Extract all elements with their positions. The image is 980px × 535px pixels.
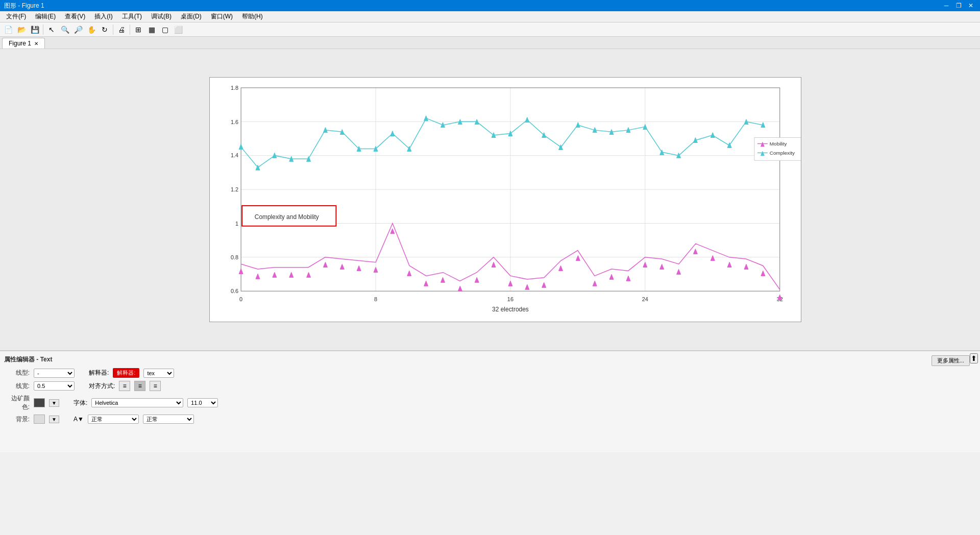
zoom-in-button[interactable]: 🔍 <box>59 23 71 36</box>
align-label: 对齐方式: <box>89 382 115 391</box>
svg-text:0: 0 <box>239 296 242 302</box>
tab-close-button[interactable]: ✕ <box>34 41 38 46</box>
print-button[interactable]: 🖨 <box>115 23 128 36</box>
menu-insert[interactable]: 插入(I) <box>90 11 116 22</box>
border-button[interactable]: ▢ <box>159 23 171 36</box>
fullscreen-button[interactable]: ⬜ <box>172 23 184 36</box>
line-type-select[interactable]: - <box>34 369 75 378</box>
line-width-label: 线宽: <box>4 382 30 391</box>
svg-text:Complexity: Complexity <box>770 150 795 156</box>
svg-text:1.6: 1.6 <box>231 119 238 125</box>
border-color-box[interactable] <box>34 398 45 407</box>
separator-2 <box>113 25 113 35</box>
background-color-picker[interactable]: ▼ <box>49 416 59 423</box>
font-label: 字体: <box>74 399 87 407</box>
menu-edit[interactable]: 编辑(E) <box>31 11 60 22</box>
interpreter-button[interactable]: 解释器: <box>113 368 139 378</box>
menu-debug[interactable]: 调试(B) <box>147 11 176 22</box>
separator-3 <box>130 25 130 35</box>
border-color-picker[interactable]: ▼ <box>49 399 59 407</box>
rotate-button[interactable]: ↻ <box>99 23 111 36</box>
menu-window[interactable]: 窗口(W) <box>207 11 237 22</box>
grid-button[interactable]: ⊞ <box>132 23 144 36</box>
svg-text:8: 8 <box>374 296 377 302</box>
svg-text:1.4: 1.4 <box>231 152 238 158</box>
tabbar: Figure 1 ✕ <box>0 37 980 49</box>
menu-view[interactable]: 查看(V) <box>61 11 89 22</box>
collapse-button[interactable]: ⬆ <box>970 353 978 363</box>
background-color-box[interactable] <box>34 415 45 424</box>
save-button[interactable]: 💾 <box>29 23 41 36</box>
font-color-icon: A▼ <box>74 416 84 423</box>
line-width-select[interactable]: 0.5 <box>34 381 75 391</box>
layout-button[interactable]: ▦ <box>145 23 158 36</box>
menu-file[interactable]: 文件(F) <box>2 11 30 22</box>
align-left-button[interactable]: ≡ <box>119 381 130 391</box>
pan-button[interactable]: ✋ <box>85 23 97 36</box>
svg-text:32 electrodes: 32 electrodes <box>492 306 529 313</box>
svg-rect-0 <box>210 78 800 322</box>
toolbar: 📄 📂 💾 ↖ 🔍 🔎 ✋ ↻ 🖨 ⊞ ▦ ▢ ⬜ <box>0 22 980 37</box>
minimize-button[interactable]: ─ <box>941 1 951 11</box>
svg-text:1.2: 1.2 <box>231 186 238 192</box>
svg-text:1.8: 1.8 <box>231 85 238 91</box>
properties-title: 属性编辑器 - Text <box>4 355 976 364</box>
line-type-label: 线型: <box>4 369 30 377</box>
menu-tools[interactable]: 工具(T) <box>118 11 146 22</box>
font-style-select[interactable]: 正常 粗体 <box>88 415 139 424</box>
align-right-button[interactable]: ≡ <box>150 381 161 391</box>
chart-svg: 1.8 1.6 1.4 1.2 1 0.8 0.6 0 8 16 24 32 3… <box>210 78 801 322</box>
titlebar-title: 图形 - Figure 1 <box>4 2 44 10</box>
interpreter-select[interactable]: tex none latex <box>143 369 174 378</box>
figure-area: 1.8 1.6 1.4 1.2 1 0.8 0.6 0 8 16 24 32 3… <box>0 49 980 350</box>
svg-text:0.8: 0.8 <box>231 254 238 260</box>
svg-text:Mobility: Mobility <box>770 141 787 147</box>
prop-row-4: 背景: ▼ A▼ 正常 粗体 正常 斜体 <box>4 415 976 424</box>
prop-row-2: 线宽: 0.5 对齐方式: ≡ ≡ ≡ <box>4 381 976 391</box>
titlebar: 图形 - Figure 1 ─ ❐ ✕ <box>0 0 980 11</box>
svg-text:Complexity and Mobility: Complexity and Mobility <box>255 213 319 221</box>
svg-text:24: 24 <box>642 296 648 302</box>
svg-text:1: 1 <box>235 221 238 227</box>
open-button[interactable]: 📂 <box>15 23 28 36</box>
tab-label: Figure 1 <box>9 40 31 47</box>
align-center-button[interactable]: ≡ <box>134 381 145 391</box>
chart-container: 1.8 1.6 1.4 1.2 1 0.8 0.6 0 8 16 24 32 3… <box>209 77 801 322</box>
font-size-select[interactable]: 11.0 <box>187 398 218 407</box>
close-button[interactable]: ✕ <box>966 1 976 11</box>
border-color-label: 边矿颜色: <box>4 394 30 411</box>
new-button[interactable]: 📄 <box>2 23 14 36</box>
menu-desktop[interactable]: 桌面(D) <box>177 11 206 22</box>
figure1-tab[interactable]: Figure 1 ✕ <box>2 38 45 48</box>
menu-help[interactable]: 帮助(H) <box>238 11 267 22</box>
more-properties-button[interactable]: 更多属性... <box>932 355 970 366</box>
interpreter-label: 解释器: <box>89 369 109 377</box>
svg-text:16: 16 <box>507 296 513 302</box>
prop-row-1: 线型: - 解释器: 解释器: tex none latex <box>4 368 976 378</box>
properties-panel: 属性编辑器 - Text ⬆ 更多属性... 线型: - 解释器: 解释器: t… <box>0 350 980 452</box>
font-weight-select[interactable]: 正常 斜体 <box>143 415 194 424</box>
separator-1 <box>43 25 43 35</box>
restore-button[interactable]: ❐ <box>953 1 964 11</box>
cursor-button[interactable]: ↖ <box>45 23 58 36</box>
svg-text:0.6: 0.6 <box>231 288 238 294</box>
titlebar-controls: ─ ❐ ✕ <box>941 1 976 11</box>
menubar: 文件(F) 编辑(E) 查看(V) 插入(I) 工具(T) 调试(B) 桌面(D… <box>0 11 980 22</box>
zoom-out-button[interactable]: 🔎 <box>72 23 84 36</box>
font-select[interactable]: Helvetica <box>91 398 183 407</box>
prop-row-3: 边矿颜色: ▼ 字体: Helvetica 11.0 <box>4 394 976 411</box>
background-label: 背景: <box>4 415 30 424</box>
